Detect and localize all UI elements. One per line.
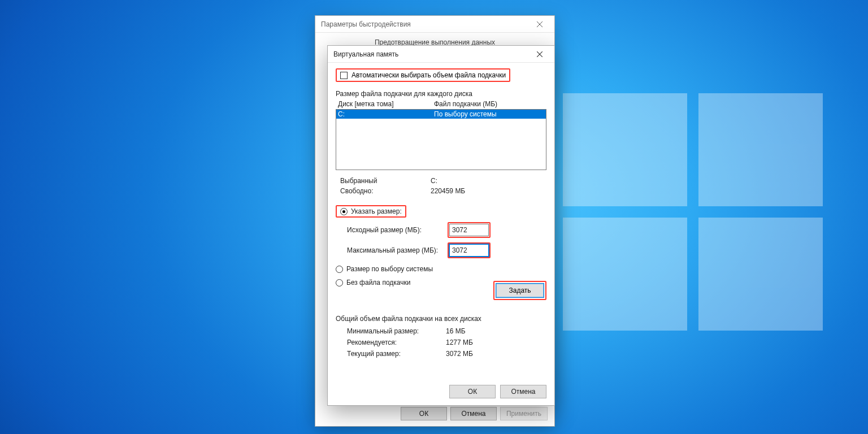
- section-each-drive: Размер файла подкачки для каждого диска: [336, 90, 546, 98]
- performance-title: Параметры быстродействия: [321, 20, 528, 28]
- current-size-value: 3072 МБ: [446, 350, 546, 358]
- performance-titlebar[interactable]: Параметры быстродействия: [315, 16, 554, 33]
- initial-size-input[interactable]: 3072: [449, 224, 489, 236]
- min-size-label: Минимальный размер:: [347, 327, 446, 335]
- initial-size-label: Исходный размер (МБ):: [336, 226, 443, 234]
- set-button[interactable]: Задать: [496, 283, 544, 298]
- vm-titlebar[interactable]: Виртуальная память: [328, 46, 554, 63]
- radio-custom-size[interactable]: Указать размер:: [336, 205, 406, 218]
- max-size-input[interactable]: 3072: [449, 244, 489, 257]
- perf-cancel-button[interactable]: Отмена: [450, 407, 497, 420]
- close-icon[interactable]: [528, 47, 551, 62]
- auto-manage-checkbox-row[interactable]: Автоматически выбирать объем файла подка…: [336, 68, 510, 82]
- radio-icon[interactable]: [340, 208, 348, 215]
- vm-cancel-button[interactable]: Отмена: [500, 385, 546, 398]
- windows-logo-icon: [563, 93, 823, 331]
- col-drive-header: Диск [метка тома]: [338, 100, 434, 108]
- radio-system-label: Размер по выбору системы: [346, 265, 433, 273]
- drive-row-c[interactable]: C: По выбору системы: [336, 110, 546, 119]
- drive-list[interactable]: C: По выбору системы: [336, 109, 546, 170]
- close-icon[interactable]: [528, 17, 551, 32]
- totals-header: Общий объем файла подкачки на всех диска…: [336, 315, 546, 323]
- selected-drive-label: Выбранный: [340, 177, 431, 185]
- radio-none-label: Без файла подкачки: [346, 279, 410, 287]
- perf-apply-button: Применить: [500, 407, 548, 420]
- radio-custom-label: Указать размер:: [351, 207, 402, 215]
- vm-ok-button[interactable]: ОК: [449, 385, 496, 398]
- perf-ok-button[interactable]: ОК: [401, 407, 447, 420]
- drive-list-headers: Диск [метка тома] Файл подкачки (МБ): [336, 98, 546, 109]
- radio-system-managed[interactable]: Размер по выбору системы: [336, 265, 546, 273]
- min-size-value: 16 МБ: [446, 327, 546, 335]
- recommended-label: Рекомендуется:: [347, 338, 446, 346]
- selected-drive-value: C:: [431, 177, 546, 185]
- free-space-label: Свободно:: [340, 187, 431, 195]
- auto-manage-label: Автоматически выбирать объем файла подка…: [351, 71, 506, 79]
- drive-paging-value: По выбору системы: [434, 110, 497, 118]
- checkbox-icon[interactable]: [340, 72, 348, 79]
- col-paging-header: Файл подкачки (МБ): [434, 100, 497, 108]
- recommended-value: 1277 МБ: [446, 338, 546, 346]
- radio-icon[interactable]: [336, 266, 343, 273]
- free-space-value: 220459 МБ: [431, 187, 546, 195]
- vm-title: Виртуальная память: [333, 50, 528, 58]
- virtual-memory-dialog: Виртуальная память Автоматически выбират…: [327, 45, 555, 406]
- drive-label: C:: [338, 110, 434, 118]
- max-size-label: Максимальный размер (МБ):: [336, 246, 443, 254]
- radio-icon[interactable]: [336, 279, 343, 287]
- current-size-label: Текущий размер:: [347, 350, 446, 358]
- desktop-wallpaper: Параметры быстродействия Предотвращение …: [0, 0, 868, 434]
